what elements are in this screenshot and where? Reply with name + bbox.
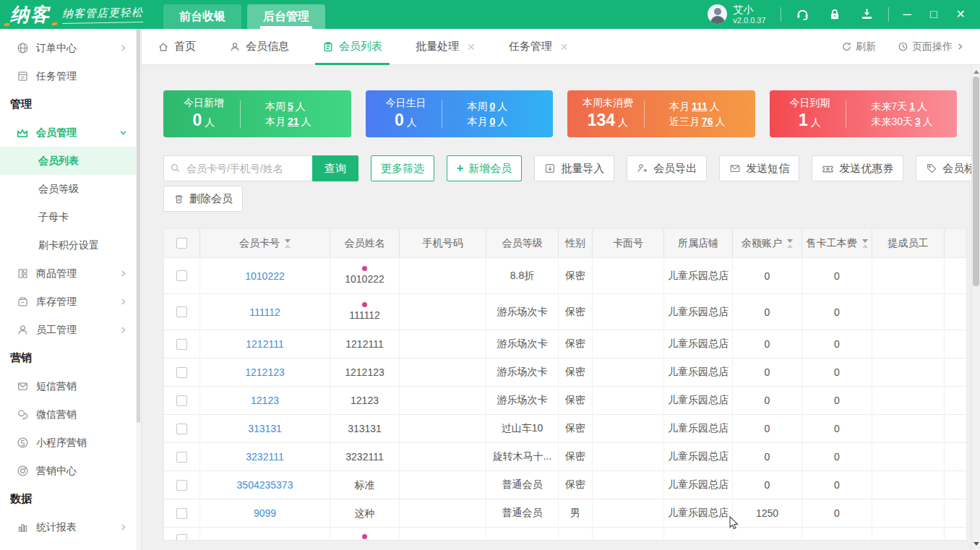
member-tag-button[interactable]: 会员标签 (916, 155, 980, 181)
send-coupon-button[interactable]: 发送优惠券 (812, 155, 903, 181)
main-scrollbar[interactable] (971, 65, 980, 550)
scroll-up-arrow[interactable] (972, 66, 980, 77)
scroll-down-arrow[interactable] (972, 538, 980, 549)
row-checkbox[interactable] (176, 534, 187, 541)
user-block[interactable]: 艾小 v2.0.0.37 (708, 4, 765, 24)
member-card-link[interactable]: 1010222 (245, 270, 285, 282)
member-card-link[interactable]: 3232111 (246, 451, 283, 463)
member-name: 313131 (348, 423, 382, 435)
sort-card-fee[interactable] (862, 239, 868, 248)
import-icon (544, 163, 556, 174)
table-row: 1212123 1212123 游乐场次卡 保密 儿童乐园总店 0 0 (164, 358, 966, 386)
close-tab-icon[interactable]: ✕ (560, 41, 569, 53)
member-phone (400, 258, 486, 293)
download-icon[interactable] (860, 7, 874, 21)
sidebar-item-stats-report[interactable]: 统计报表 (0, 513, 141, 541)
member-card-link[interactable]: 313131 (248, 423, 282, 434)
commission-staff (872, 358, 945, 386)
sidebar-item-sms-marketing[interactable]: 短信营销 (0, 372, 141, 400)
select-all-checkbox[interactable] (176, 238, 187, 249)
divider (781, 7, 781, 22)
sidebar-item-wechat-marketing[interactable]: 微信营销 (0, 400, 141, 429)
nav-front-cashier[interactable]: 前台收银 (163, 4, 241, 29)
sidebar-item-card-points-setting[interactable]: 刷卡积分设置 (0, 231, 141, 259)
row-checkbox[interactable] (176, 424, 187, 434)
page-operations-button[interactable]: 页面操作 (898, 40, 964, 53)
export-member-button[interactable]: 会员导出 (627, 155, 707, 181)
main-scrollbar-thumb[interactable] (973, 77, 979, 286)
batch-import-button[interactable]: 批量导入 (534, 155, 614, 181)
member-gender: 男 (559, 499, 593, 527)
sidebar-scrollbar-thumb[interactable] (137, 29, 140, 423)
sidebar-section-management: 管理 (0, 90, 141, 119)
member-level: 游乐场次卡 (486, 294, 559, 330)
member-card-link[interactable]: 3504235373 (237, 479, 293, 491)
member-card-link[interactable]: 1212123 (245, 366, 285, 378)
sidebar-scrollbar[interactable] (136, 29, 141, 550)
tab-member-list[interactable]: 会员列表 (322, 29, 382, 65)
stat-card-birthday-today: 今日生日 0人 本周0人 本月0人 (366, 90, 554, 137)
sidebar-item-miniprogram-marketing[interactable]: 小程序营销 (0, 429, 141, 457)
member-shop: 儿童乐园总店 (664, 258, 733, 293)
sidebar-item-goods[interactable]: 商品管理 (0, 259, 141, 288)
app-logo: 纳客 (10, 2, 51, 27)
member-card-link[interactable]: 111112 (249, 306, 280, 318)
card-fee: 0 (802, 358, 872, 386)
row-checkbox[interactable] (176, 395, 187, 406)
row-checkbox[interactable] (176, 306, 187, 317)
inventory-icon (16, 296, 29, 308)
search-input[interactable] (163, 155, 312, 181)
sidebar-item-member-management[interactable]: 会员管理 (0, 119, 141, 147)
member-card-link[interactable]: 1212111 (246, 338, 283, 350)
sidebar-item-sub-card[interactable]: 子母卡 (0, 203, 141, 231)
chevron-right-icon (116, 44, 129, 52)
search-button[interactable]: 查询 (312, 155, 358, 181)
row-checkbox[interactable] (176, 270, 187, 281)
sort-balance[interactable] (787, 239, 793, 248)
sidebar-item-member-list[interactable]: 会员列表 (0, 147, 141, 175)
add-member-button[interactable]: + 新增会员 (447, 155, 522, 181)
refresh-button[interactable]: 刷新 (841, 40, 876, 53)
tab-task-management[interactable]: 任务管理 ✕ (509, 29, 569, 65)
close-button[interactable]: ✕ (956, 7, 966, 21)
row-checkbox[interactable] (176, 508, 187, 519)
more-filter-button[interactable]: 更多筛选 (371, 155, 434, 181)
minimize-button[interactable]: ─ (903, 8, 911, 21)
balance-account: 0 (733, 443, 802, 470)
row-checkbox[interactable] (176, 452, 187, 463)
topbar: 纳客 纳客管店更轻松 前台收银 后台管理 艾小 v2.0.0.37 (0, 0, 980, 29)
maximize-button[interactable]: □ (930, 8, 937, 21)
tab-member-info[interactable]: 会员信息 (229, 29, 289, 65)
support-headset-icon[interactable] (796, 7, 809, 21)
sidebar-item-tasks[interactable]: 任务管理 (0, 62, 141, 90)
sidebar-item-orders[interactable]: 订单中心 (0, 34, 141, 62)
sidebar-item-staff[interactable]: 员工管理 (0, 316, 141, 344)
chevron-right-icon (116, 523, 129, 531)
sidebar-item-member-level[interactable]: 会员等级 (0, 175, 141, 203)
member-shop: 儿童乐园总店 (664, 387, 733, 414)
member-level: 过山车10 (486, 415, 559, 442)
sidebar-item-data-analysis[interactable]: 数据分析 (0, 541, 141, 550)
row-checkbox[interactable] (176, 339, 187, 350)
sidebar-item-marketing-center[interactable]: 营销中心 (0, 457, 141, 485)
member-gender: 保密 (559, 258, 593, 293)
sidebar-item-inventory[interactable]: 库存管理 (0, 288, 141, 316)
close-tab-icon[interactable]: ✕ (467, 41, 476, 53)
delete-member-button[interactable]: 删除会员 (163, 186, 243, 212)
nav-backend-admin[interactable]: 后台管理 (247, 4, 325, 29)
card-fee: 0 (802, 294, 872, 330)
member-card-link[interactable]: 12123 (251, 395, 279, 406)
sort-card-number[interactable] (285, 239, 291, 248)
member-phone (400, 443, 486, 470)
row-checkbox[interactable] (176, 480, 187, 491)
send-sms-button[interactable]: 发送短信 (719, 155, 799, 181)
crown-icon (16, 126, 29, 139)
member-level: 游乐场次卡 (486, 330, 559, 358)
tab-batch-process[interactable]: 批量处理 ✕ (416, 29, 476, 65)
tab-home[interactable]: 首页 (158, 29, 196, 65)
lock-icon[interactable] (828, 8, 841, 21)
card-face-number (593, 294, 664, 330)
member-card-link[interactable]: 9099 (254, 507, 276, 519)
row-checkbox[interactable] (176, 367, 187, 378)
member-phone (400, 499, 486, 527)
